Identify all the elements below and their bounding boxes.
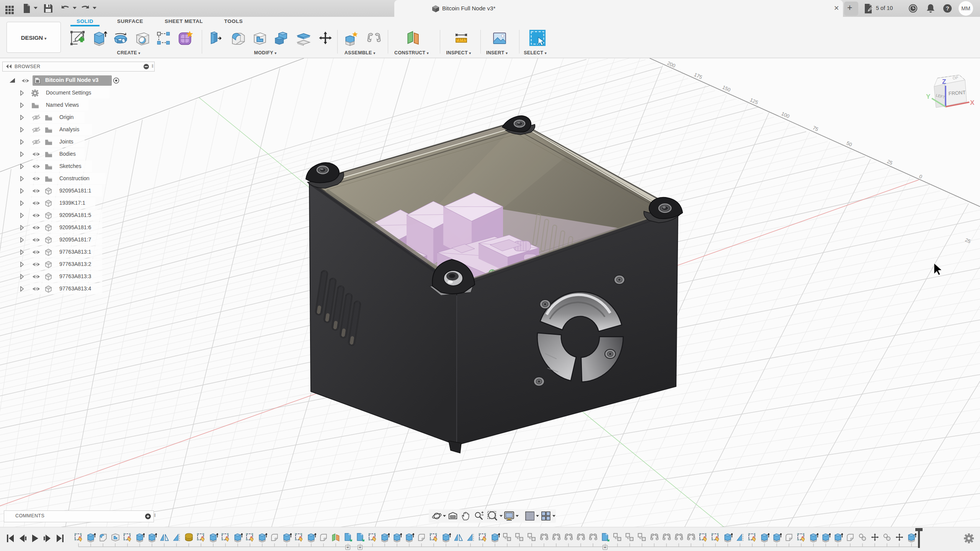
svg-text:FRONT: FRONT (948, 90, 966, 96)
svg-text:X: X (970, 99, 975, 106)
svg-text:?: ? (946, 5, 949, 11)
svg-text:Z: Z (942, 78, 946, 85)
svg-text:OP: OP (952, 75, 959, 80)
svg-text:Y: Y (926, 93, 931, 100)
